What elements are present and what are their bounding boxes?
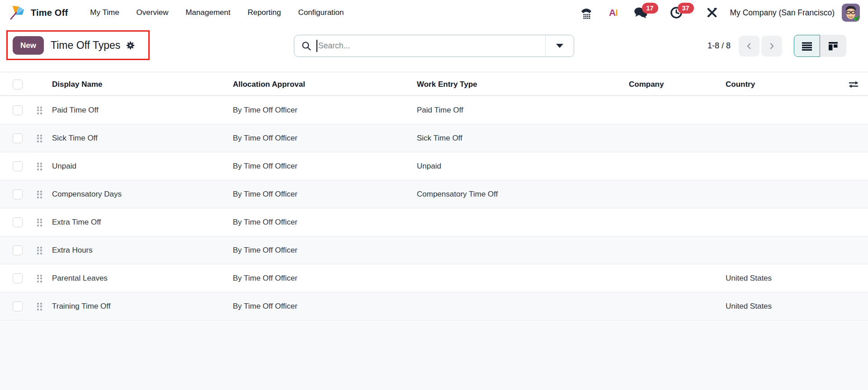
drag-handle-icon[interactable]: [37, 292, 42, 320]
search-dropdown-toggle[interactable]: [545, 35, 574, 56]
cell-allocation-approval: By Time Off Officer: [233, 124, 297, 152]
row-checkbox[interactable]: [13, 161, 23, 171]
cell-work-entry-type: Unpaid: [417, 152, 441, 180]
search-bar: [294, 35, 574, 57]
cell-display-name: Paid Time Off: [52, 96, 99, 124]
view-switcher: [794, 35, 846, 57]
activities-badge: 37: [678, 3, 694, 14]
pager-next-button[interactable]: [761, 36, 782, 56]
drag-handle-icon[interactable]: [37, 180, 42, 208]
nav-item-configuration[interactable]: Configuration: [289, 0, 352, 25]
optional-columns-icon[interactable]: [848, 72, 859, 96]
row-checkbox[interactable]: [13, 105, 23, 115]
search-input[interactable]: [317, 41, 545, 51]
cell-display-name: Compensatory Days: [52, 180, 122, 208]
pager-previous-button[interactable]: [739, 36, 760, 56]
messages-badge: 17: [642, 3, 658, 14]
company-switcher[interactable]: My Company (San Francisco): [730, 8, 835, 18]
drag-handle-icon[interactable]: [37, 152, 42, 180]
table-row[interactable]: Extra Time Off By Time Off Officer: [0, 208, 868, 236]
nav-item-my-time[interactable]: My Time: [81, 0, 127, 25]
row-checkbox[interactable]: [13, 217, 23, 227]
cell-display-name: Unpaid: [52, 152, 76, 180]
messages-icon[interactable]: 17: [634, 6, 647, 19]
page-title: Time Off Types: [51, 39, 120, 52]
cell-work-entry-type: Sick Time Off: [417, 124, 462, 152]
cell-work-entry-type: Compensatory Time Off: [417, 180, 498, 208]
drag-handle-icon[interactable]: [37, 96, 42, 124]
cell-display-name: Parental Leaves: [52, 264, 108, 292]
ai-icon[interactable]: AI: [607, 6, 620, 19]
cell-work-entry-type: Paid Time Off: [417, 96, 463, 124]
cell-allocation-approval: By Time Off Officer: [233, 208, 297, 236]
voip-phone-icon[interactable]: [580, 6, 593, 19]
cell-display-name: Sick Time Off: [52, 124, 98, 152]
header-company[interactable]: Company: [629, 72, 664, 96]
cell-allocation-approval: By Time Off Officer: [233, 292, 297, 320]
table-row[interactable]: Compensatory Days By Time Off Officer Co…: [0, 180, 868, 208]
table-row[interactable]: Unpaid By Time Off Officer Unpaid: [0, 152, 868, 180]
cell-allocation-approval: By Time Off Officer: [233, 236, 297, 264]
header-display-name[interactable]: Display Name: [52, 72, 103, 96]
table-row[interactable]: Sick Time Off By Time Off Officer Sick T…: [0, 124, 868, 152]
cell-allocation-approval: By Time Off Officer: [233, 96, 297, 124]
drag-handle-icon[interactable]: [37, 208, 42, 236]
nav-item-reporting[interactable]: Reporting: [239, 0, 290, 25]
drag-handle-icon[interactable]: [37, 264, 42, 292]
header-allocation-approval[interactable]: Allocation Approval: [233, 72, 305, 96]
pager-zone: 1-8 / 8: [708, 35, 846, 57]
app-switcher[interactable]: Time Off: [0, 3, 68, 22]
user-avatar[interactable]: [842, 4, 860, 22]
nav-item-overview[interactable]: Overview: [128, 0, 177, 25]
timeoff-types-page: Time Off My Time Overview Management Rep…: [0, 0, 868, 390]
table-row[interactable]: Paid Time Off By Time Off Officer Paid T…: [0, 96, 868, 124]
app-name: Time Off: [31, 8, 68, 18]
cell-display-name: Extra Hours: [52, 236, 93, 264]
header-country[interactable]: Country: [726, 72, 755, 96]
list-view-button[interactable]: [794, 35, 820, 57]
gear-icon[interactable]: [126, 41, 135, 50]
list-body: Paid Time Off By Time Off Officer Paid T…: [0, 96, 868, 320]
select-all-checkbox-cell: [13, 72, 23, 96]
time-off-app-icon: [9, 3, 26, 22]
select-all-checkbox[interactable]: [13, 80, 23, 89]
list-icon: [802, 41, 812, 52]
header-work-entry-type[interactable]: Work Entry Type: [417, 72, 477, 96]
row-checkbox[interactable]: [13, 301, 23, 311]
nav-menu: My Time Overview Management Reporting Co…: [81, 0, 352, 25]
table-row[interactable]: Parental Leaves By Time Off Officer Unit…: [0, 264, 868, 292]
drag-handle-icon[interactable]: [37, 236, 42, 264]
debug-tools-icon[interactable]: [705, 6, 719, 19]
pager-range: 1-8 / 8: [708, 41, 731, 51]
drag-handle-icon[interactable]: [37, 124, 42, 152]
breadcrumb: Time Off Types: [51, 36, 135, 55]
row-checkbox[interactable]: [13, 133, 23, 143]
cell-allocation-approval: By Time Off Officer: [233, 264, 297, 292]
cell-allocation-approval: By Time Off Officer: [233, 180, 297, 208]
chevron-down-icon: [556, 44, 563, 48]
kanban-icon: [828, 41, 839, 52]
nav-item-management[interactable]: Management: [177, 0, 239, 25]
row-checkbox[interactable]: [13, 245, 23, 255]
activities-icon[interactable]: 37: [670, 6, 683, 19]
systray: AI 17 37: [573, 4, 868, 22]
cell-display-name: Training Time Off: [52, 292, 110, 320]
list-header: Display Name Allocation Approval Work En…: [0, 72, 868, 96]
cell-country: United States: [726, 264, 772, 292]
kanban-view-button[interactable]: [820, 35, 846, 57]
new-button[interactable]: New: [13, 36, 44, 55]
row-checkbox[interactable]: [13, 189, 23, 199]
search-icon: [301, 41, 312, 52]
row-checkbox[interactable]: [13, 273, 23, 283]
cell-allocation-approval: By Time Off Officer: [233, 152, 297, 180]
cell-country: United States: [726, 292, 772, 320]
table-row[interactable]: Extra Hours By Time Off Officer: [0, 236, 868, 264]
table-row[interactable]: Training Time Off By Time Off Officer Un…: [0, 292, 868, 320]
navbar: Time Off My Time Overview Management Rep…: [0, 0, 868, 25]
cell-display-name: Extra Time Off: [52, 208, 101, 236]
